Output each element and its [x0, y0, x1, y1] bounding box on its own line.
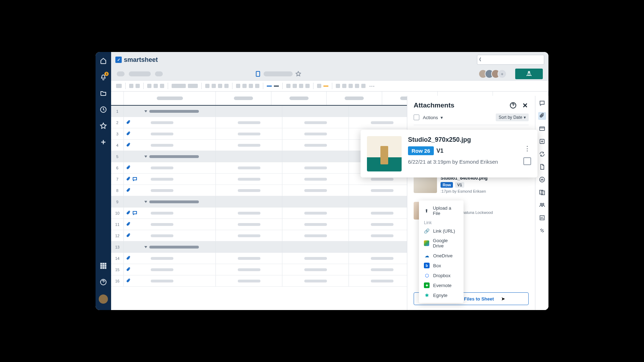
preview-thumbnail: [367, 136, 402, 171]
tool-rail: [535, 96, 548, 310]
search-box[interactable]: [477, 55, 544, 65]
menu-onedrive[interactable]: ☁OneDrive: [419, 251, 464, 261]
menu-link-url[interactable]: 🔗Link (URL): [419, 226, 464, 236]
help-icon[interactable]: [99, 278, 107, 286]
toolbar: ⋯: [111, 80, 548, 92]
notification-badge: 3: [104, 72, 109, 76]
menu-evernote[interactable]: ✦Evernote: [419, 280, 464, 290]
home-icon[interactable]: [99, 57, 107, 65]
expand-icon[interactable]: [144, 110, 147, 112]
actions-dropdown[interactable]: Actions ▾: [423, 115, 443, 120]
expand-icon[interactable]: [144, 246, 147, 248]
document-icon[interactable]: [538, 163, 546, 171]
toolbar-overflow-icon[interactable]: ⋯: [369, 83, 375, 89]
row-attachment-icon[interactable]: [126, 188, 131, 193]
menu-link-section: Link: [419, 218, 464, 226]
row-attachment-icon[interactable]: [126, 120, 131, 125]
attachment-thumbnail: [414, 175, 437, 193]
svg-rect-5: [103, 265, 104, 267]
row-attachment-icon[interactable]: [126, 132, 131, 136]
row-number: 1: [111, 106, 124, 117]
row-attachment-icon[interactable]: [126, 267, 131, 272]
link-icon: 🔗: [424, 228, 430, 234]
sort-dropdown[interactable]: Sort by Date ▾: [496, 113, 529, 121]
expand-icon[interactable]: [144, 201, 147, 203]
apps-icon[interactable]: [99, 262, 107, 270]
avatar-stack[interactable]: +: [481, 69, 507, 78]
svg-point-18: [540, 203, 542, 205]
breadcrumb-bar: +: [111, 68, 548, 80]
row-comment-icon[interactable]: [132, 211, 137, 216]
brand-tool-icon[interactable]: [538, 138, 546, 145]
kebab-icon[interactable]: ⋮: [524, 145, 530, 152]
add-icon[interactable]: [99, 138, 107, 146]
share-button[interactable]: [515, 69, 543, 79]
attachments-icon[interactable]: [538, 112, 546, 120]
menu-google-drive[interactable]: Google Drive: [419, 236, 464, 251]
summary-icon[interactable]: [538, 214, 546, 222]
refresh-icon[interactable]: [538, 150, 546, 158]
select-all-checkbox[interactable]: [414, 115, 419, 120]
attachment-by: :17pm by Esmond Eriksen: [441, 189, 529, 193]
svg-rect-12: [256, 71, 260, 76]
menu-dropbox[interactable]: ⬡Dropbox: [419, 270, 464, 280]
user-avatar[interactable]: [99, 294, 108, 304]
row-number: 16: [111, 275, 124, 286]
preview-version-badge: V1: [437, 148, 444, 154]
comments-icon[interactable]: [538, 99, 546, 107]
activity-icon[interactable]: [538, 176, 546, 183]
proofs-icon[interactable]: [538, 125, 546, 133]
row-attachment-icon[interactable]: [126, 222, 131, 227]
row-number: 8: [111, 185, 124, 196]
upload-icon: ⬆: [424, 208, 429, 214]
preview-checkbox[interactable]: [523, 157, 531, 165]
sheet-icon: [255, 71, 261, 77]
menu-box[interactable]: bBox: [419, 261, 464, 270]
close-icon[interactable]: [522, 102, 529, 109]
row-attachment-icon[interactable]: [126, 233, 131, 238]
menu-egnyte[interactable]: ✱Egnyte: [419, 290, 464, 300]
brand-text: smartsheet: [124, 56, 158, 64]
row-number: 14: [111, 253, 124, 264]
menu-upload-file[interactable]: ⬆Upload a File: [419, 203, 464, 218]
brand-icon: ✓: [115, 57, 122, 63]
expand-icon[interactable]: [144, 156, 147, 158]
main-area: ✓ smartsheet +: [111, 52, 548, 310]
dropbox-icon: ⬡: [424, 273, 430, 278]
people-icon[interactable]: [538, 201, 546, 209]
row-attachment-icon[interactable]: [126, 256, 131, 261]
onedrive-icon: ☁: [424, 253, 430, 258]
attachment-preview-card: Studio2_970x250.jpg Row 26 V1 6/22/21 at…: [361, 130, 537, 177]
box-icon: b: [424, 263, 430, 268]
recent-icon[interactable]: [99, 106, 107, 113]
row-attachment-icon[interactable]: [126, 211, 131, 216]
row-attachment-icon[interactable]: [126, 143, 131, 148]
svg-rect-9: [105, 267, 106, 269]
evernote-icon: ✦: [424, 282, 430, 288]
row-comment-icon[interactable]: [132, 177, 137, 182]
row-number: 3: [111, 128, 124, 139]
svg-rect-8: [103, 267, 104, 269]
notifications-icon[interactable]: 3: [99, 73, 107, 81]
panel-help-icon[interactable]: [510, 102, 517, 109]
search-icon: [479, 57, 481, 62]
preview-row-badge: Row 26: [408, 146, 434, 155]
svg-rect-6: [105, 265, 106, 267]
svg-point-19: [542, 203, 544, 205]
row-attachment-icon[interactable]: [126, 165, 131, 170]
folder-icon[interactable]: [99, 89, 107, 97]
connections-icon[interactable]: [538, 227, 546, 234]
favorites-icon[interactable]: [99, 122, 107, 130]
attach-source-menu: ⬆Upload a File Link 🔗Link (URL) Google D…: [419, 200, 464, 303]
row-number: 4: [111, 140, 124, 151]
versions-icon[interactable]: [538, 188, 546, 196]
egnyte-icon: ✱: [424, 292, 430, 298]
svg-rect-3: [105, 263, 106, 264]
row-number: 11: [111, 219, 124, 230]
search-input[interactable]: [482, 57, 542, 63]
nav-rail: 3: [96, 52, 111, 310]
row-attachment-icon[interactable]: [126, 279, 131, 284]
svg-rect-7: [100, 267, 102, 269]
row-attachment-icon[interactable]: [126, 177, 131, 182]
star-icon[interactable]: [295, 71, 301, 77]
